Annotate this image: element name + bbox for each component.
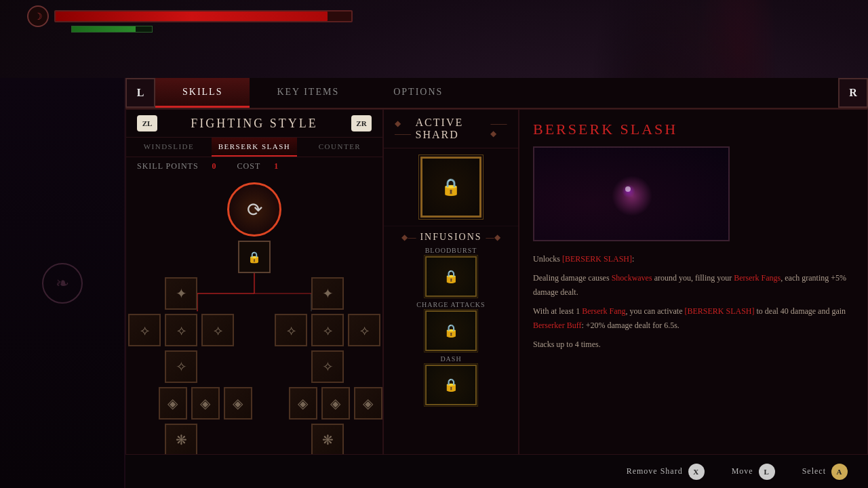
ability-title: BERSERK SLASH [533, 121, 854, 138]
style-tab-counter[interactable]: COUNTER [297, 138, 382, 157]
infusion-charge-attacks-label: CHARGE ATTACKS [416, 301, 485, 308]
skill-node-4-1[interactable]: ⟡ [128, 314, 161, 346]
skill-node-4-7[interactable]: ⟡ [348, 314, 380, 346]
infusion-dash-frame[interactable]: 🔒 [425, 365, 477, 405]
shard-frame[interactable]: 🔒 [420, 157, 481, 218]
infusion-bloodburst: BLOODBURST 🔒 [389, 247, 513, 297]
fighting-style-title: FIGHTING STYLE [191, 117, 318, 131]
cost-value: 1 [274, 161, 279, 171]
cost-label: COST [237, 161, 261, 171]
action-remove-shard: Remove Shard X [627, 464, 705, 480]
skill-node-3-5[interactable]: ✦ [311, 277, 344, 310]
move-label: Move [732, 466, 753, 476]
skill-node-4-6[interactable]: ⟡ [311, 314, 344, 346]
select-button[interactable]: A [831, 464, 848, 480]
tab-bar: L SKILLS KEY ITEMS OPTIONS R [125, 78, 868, 109]
skill-info: SKILL POINTS 0 COST 1 [126, 157, 382, 176]
nav-button-left[interactable]: L [125, 78, 155, 108]
infusion-charge-attacks-frame[interactable]: 🔒 [425, 310, 477, 351]
infusion-dash-lock: 🔒 [443, 378, 458, 392]
skill-node-6-6[interactable]: ◈ [289, 387, 317, 420]
infusions-title: INFUSIONS [420, 232, 481, 243]
tab-key-items[interactable]: KEY ITEMS [250, 78, 366, 108]
select-label: Select [802, 466, 826, 476]
desc-stacks: Stacks up to 4 times. [533, 340, 601, 349]
desc-berserk-fangs: Berserk Fangs [734, 273, 781, 283]
desc-unlocks: Unlocks [533, 254, 562, 264]
skill-node-4-3[interactable]: ⟡ [201, 314, 234, 346]
move-button[interactable]: L [759, 464, 775, 480]
desc-colon: : [632, 254, 634, 264]
style-tab-windslide[interactable]: WINDSLIDE [126, 138, 212, 157]
content-area: ZL FIGHTING STYLE ZR WINDSLIDE BERSERK S… [125, 109, 868, 488]
right-panel: BERSERK SLASH Unlocks [BERSERK SLASH]: D… [519, 110, 867, 488]
skill-node-6-8[interactable]: ◈ [354, 387, 382, 420]
skill-node-main[interactable]: ⟳ [227, 182, 281, 237]
fighting-style-header: ZL FIGHTING STYLE ZR [126, 110, 382, 138]
shard-lock-icon: 🔒 [441, 178, 461, 197]
infusion-bloodburst-lock: 🔒 [443, 269, 458, 284]
style-tab-berserk-slash[interactable]: BERSERK SLASH [212, 138, 297, 157]
skill-row-7: ❋ ❋ [126, 424, 382, 456]
desc-shockwaves: Shockwaves [612, 273, 652, 283]
skill-node-3-1[interactable]: ✦ [165, 277, 197, 310]
skill-node-6-4[interactable]: ◈ [224, 387, 252, 420]
desc-with: With at least 1 [533, 306, 582, 316]
divider-right: ——◆ [490, 119, 507, 139]
main-panel: L SKILLS KEY ITEMS OPTIONS R ZL FIGHTING… [125, 78, 868, 444]
sidebar-ornament: ❧ [42, 263, 83, 304]
skill-row-5: ✧ ✧ [126, 350, 382, 383]
character-icon: ☽ [27, 5, 49, 27]
bottom-bar: Remove Shard X Move L Select A [125, 454, 868, 488]
left-sidebar: ❧ [0, 78, 125, 488]
skill-node-5-1[interactable]: ✧ [165, 350, 197, 383]
style-tabs: WINDSLIDE BERSERK SLASH COUNTER [126, 138, 382, 157]
infusion-charge-lock: 🔒 [443, 323, 458, 338]
skill-node-4-2[interactable]: ⟡ [165, 314, 197, 346]
shard-slot: 🔒 [384, 148, 518, 226]
action-move: Move L [732, 464, 775, 480]
infusions-div-right: —◆ [486, 232, 500, 243]
skill-points-value: 0 [212, 161, 217, 171]
zl-badge: ZL [137, 115, 157, 131]
infusions-div-left: ◆— [401, 232, 416, 243]
stamina-bar-fill [72, 26, 136, 32]
skill-node-6-7[interactable]: ◈ [321, 387, 350, 420]
tab-options[interactable]: OPTIONS [366, 78, 470, 108]
infusion-bloodburst-frame[interactable]: 🔒 [425, 256, 477, 297]
infusion-dash-label: DASH [440, 355, 461, 363]
skill-node-5-5[interactable]: ✧ [311, 350, 344, 383]
skill-node-6-2[interactable]: ◈ [159, 387, 187, 420]
remove-shard-label: Remove Shard [627, 466, 683, 476]
skill-node-7-5[interactable]: ❋ [311, 424, 344, 456]
stamina-bar-container [71, 26, 153, 33]
skill-tree-wrapper: ⟳ 🔒 ✦ ✦ [126, 176, 382, 488]
desc-to-deal: to deal 40 damage and gain [754, 306, 846, 316]
health-bar-fill [56, 12, 328, 21]
health-bar-container [54, 10, 353, 22]
skill-row-3: ✦ ✦ [126, 277, 382, 310]
infusion-charge-attacks: CHARGE ATTACKS 🔒 [389, 301, 513, 351]
remove-shard-button[interactable]: X [688, 464, 705, 480]
skill-node-6-3[interactable]: ◈ [191, 387, 220, 420]
desc-you-can: , you can activate [626, 306, 685, 316]
infusion-bloodburst-label: BLOODBURST [425, 247, 477, 254]
desc-highlight-berserk-slash: [BERSERK SLASH] [562, 254, 632, 264]
skill-row-6: ◈ ◈ ◈ ◈ ◈ ◈ [126, 387, 382, 420]
desc-damage-dealt: : +20% damage dealt for 6.5s. [581, 321, 679, 330]
infusions-section: ◆— INFUSIONS —◆ BLOODBURST 🔒 CHARGE ATTA… [384, 226, 518, 488]
action-select: Select A [802, 464, 848, 480]
ability-image [533, 146, 730, 241]
skill-node-7-1[interactable]: ❋ [165, 424, 197, 456]
desc-berserker-buff: Berserker Buff [533, 321, 581, 330]
desc-berserk-fang: Berserk Fang [582, 306, 625, 316]
infusions-header: ◆— INFUSIONS —◆ [389, 232, 513, 243]
tab-skills[interactable]: SKILLS [155, 78, 250, 108]
desc-dealing: Dealing damage causes [533, 273, 612, 283]
divider-left: ◆—— [395, 119, 412, 139]
skill-node-locked-1[interactable]: 🔒 [238, 241, 271, 273]
middle-panel: ◆—— ACTIVE SHARD ——◆ 🔒 ◆— INFUSIONS —◆ B… [384, 110, 519, 488]
nav-button-right[interactable]: R [838, 78, 868, 108]
description-text: Unlocks [BERSERK SLASH]: Dealing damage … [533, 252, 854, 357]
skill-node-4-5[interactable]: ⟡ [275, 314, 307, 346]
